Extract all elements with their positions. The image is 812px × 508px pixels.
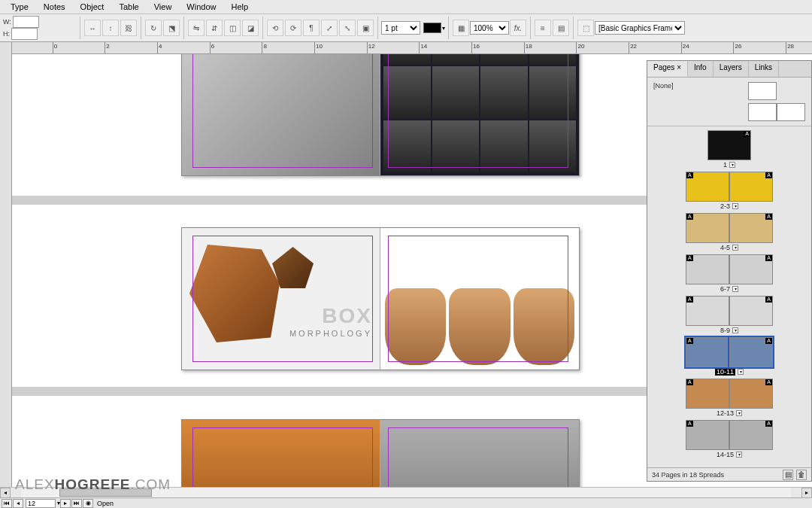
constrain-icon[interactable]: ⛓ xyxy=(120,20,137,36)
horizontal-ruler[interactable]: 0246810121416182022242628 xyxy=(0,42,812,54)
scroll-left-icon[interactable]: ◂ xyxy=(0,488,11,498)
select-content-icon[interactable]: ◪ xyxy=(242,20,259,36)
zoom-select[interactable]: 100% xyxy=(470,21,509,35)
menu-help[interactable]: Help xyxy=(223,1,256,13)
tab-links[interactable]: Links xyxy=(749,61,779,77)
flip-h-icon[interactable]: ⇋ xyxy=(188,20,205,36)
opacity-icon[interactable]: ▦ xyxy=(453,20,469,36)
master-thumb-none[interactable] xyxy=(748,82,777,100)
tab-info[interactable]: Info xyxy=(688,61,714,77)
page-thumb[interactable]: A xyxy=(729,172,773,202)
menu-bar: Type Notes Object Table View Window Help xyxy=(0,0,812,14)
menu-window[interactable]: Window xyxy=(179,1,223,13)
spread-12-13[interactable]: BOX MORPHOLOGY xyxy=(181,227,580,370)
page-thumb[interactable]: A xyxy=(729,337,773,367)
page-row[interactable]: AA14-15▾ xyxy=(647,420,811,458)
scale-x-icon[interactable]: ↔ xyxy=(84,20,101,36)
menu-object[interactable]: Object xyxy=(73,1,112,13)
current-page-input[interactable] xyxy=(26,499,56,508)
page-number: 1▾ xyxy=(723,161,735,169)
menu-table[interactable]: Table xyxy=(111,1,146,13)
menu-notes[interactable]: Notes xyxy=(36,1,73,13)
select-container-icon[interactable]: ◫ xyxy=(224,20,241,36)
center-icon[interactable]: ▣ xyxy=(357,20,374,36)
page-thumb[interactable]: A xyxy=(686,172,729,202)
page-row[interactable]: A1▾ xyxy=(647,130,811,169)
wooden-box-image xyxy=(272,247,314,288)
page-row[interactable]: AA8-9▾ xyxy=(647,296,811,334)
text-wrap-around-icon[interactable]: ▤ xyxy=(553,20,569,36)
fit-frame-icon[interactable]: ⤡ xyxy=(339,20,356,36)
rotate-cw-icon[interactable]: ⟳ xyxy=(285,20,301,36)
fit-content-icon[interactable]: ⤢ xyxy=(321,20,338,36)
subtitle-text: MORPHOLOGY xyxy=(289,329,372,338)
separator xyxy=(80,17,80,39)
page-thumb[interactable]: A xyxy=(729,213,773,243)
tab-pages[interactable]: Pages × xyxy=(647,61,688,77)
preflight-icon[interactable]: ◉ xyxy=(83,499,93,508)
status-bar: ⏮ ◂ ▾ ▸ ⏭ ◉ Open xyxy=(0,497,812,508)
page-number: 4-5▾ xyxy=(720,244,738,251)
flip-v-icon[interactable]: ⇵ xyxy=(206,20,223,36)
master-thumb-a-r[interactable] xyxy=(777,103,805,121)
effects-icon[interactable]: fx. xyxy=(510,20,526,36)
none-master[interactable]: [None] xyxy=(653,82,674,90)
page-list[interactable]: A1▾AA2-3▾AA4-5▾AA6-7▾AA8-9▾AA10-11▾AA12-… xyxy=(647,126,811,467)
page-row[interactable]: AA6-7▾ xyxy=(647,254,811,293)
first-page-icon[interactable]: ⏮ xyxy=(2,499,12,508)
master-thumb-a-l[interactable] xyxy=(748,103,777,121)
h-input[interactable] xyxy=(11,28,38,40)
page-thumb[interactable]: A xyxy=(686,337,729,367)
separator xyxy=(377,17,378,39)
page-thumb[interactable]: A xyxy=(686,254,729,284)
separator xyxy=(262,17,263,39)
separator xyxy=(573,17,574,39)
spread-10-11[interactable] xyxy=(181,54,580,176)
open-label[interactable]: Open xyxy=(97,500,114,507)
page-row[interactable]: AA4-5▾ xyxy=(647,213,811,251)
stroke-style-swatch[interactable] xyxy=(423,23,441,33)
prev-page-icon[interactable]: ◂ xyxy=(13,499,23,508)
pages-panel[interactable]: Pages × Info Layers Links [None] A1▾AA2-… xyxy=(647,60,812,482)
control-bar: W: H: ↔ ↕ ⛓ ↻ ⬔ ⇋ ⇵ ◫ ◪ ⟲ ⟳ ¶ ⤢ ⤡ ▣ 1 pt… xyxy=(0,14,812,42)
rotate-icon[interactable]: ↻ xyxy=(145,20,162,36)
object-style-select[interactable]: [Basic Graphics Frame] xyxy=(595,21,685,35)
page-number: 8-9▾ xyxy=(720,327,738,334)
page-thumb[interactable]: A xyxy=(729,296,773,326)
scale-y-icon[interactable]: ↕ xyxy=(102,20,119,36)
page-row[interactable]: AA10-11▾ xyxy=(647,337,811,376)
page-thumb[interactable]: A xyxy=(729,254,773,284)
page-thumb[interactable]: A xyxy=(707,130,751,160)
page-image xyxy=(182,420,380,497)
object-style-icon[interactable]: ⬚ xyxy=(577,20,594,36)
scroll-right-icon[interactable]: ▸ xyxy=(801,488,812,498)
stroke-weight-select[interactable]: 1 pt xyxy=(381,21,420,35)
text-wrap-none-icon[interactable]: ≡ xyxy=(535,20,551,36)
page-thumb[interactable]: A xyxy=(686,213,729,243)
menu-view[interactable]: View xyxy=(147,1,180,13)
panel-status: 34 Pages in 18 Spreads ▤ 🗑 xyxy=(647,467,811,481)
next-page-icon[interactable]: ▸ xyxy=(60,499,71,508)
page-thumb[interactable]: A xyxy=(686,296,729,326)
master-pages[interactable]: [None] xyxy=(647,78,811,126)
page-thumb[interactable]: A xyxy=(686,379,729,409)
spread-14-15[interactable] xyxy=(181,419,580,497)
page-thumb[interactable]: A xyxy=(729,420,773,450)
rotate-ccw-icon[interactable]: ⟲ xyxy=(267,20,283,36)
last-page-icon[interactable]: ⏭ xyxy=(71,499,82,508)
new-page-icon[interactable]: ▤ xyxy=(783,470,793,480)
vertical-ruler[interactable] xyxy=(0,42,12,497)
delete-page-icon[interactable]: 🗑 xyxy=(796,470,807,480)
watermark-text: ALEXHOGREFE.COM xyxy=(15,476,171,493)
w-input[interactable] xyxy=(13,16,39,28)
shear-icon[interactable]: ⬔ xyxy=(163,20,180,36)
page-thumb[interactable]: A xyxy=(729,379,773,409)
page-thumb[interactable]: A xyxy=(686,420,729,450)
page-number: 2-3▾ xyxy=(720,202,738,210)
paragraph-icon[interactable]: ¶ xyxy=(303,20,320,36)
separator xyxy=(530,17,531,39)
page-row[interactable]: AA12-13▾ xyxy=(647,379,811,417)
tab-layers[interactable]: Layers xyxy=(714,61,749,77)
page-row[interactable]: AA2-3▾ xyxy=(647,172,811,210)
menu-type[interactable]: Type xyxy=(3,1,36,13)
